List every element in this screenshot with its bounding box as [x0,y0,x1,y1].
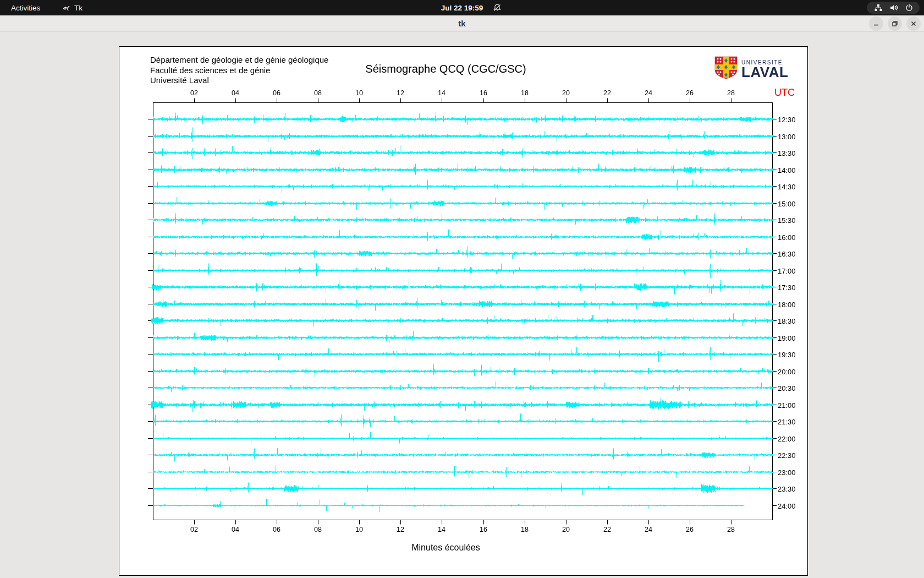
utc-axis-label: UTC [774,87,795,99]
clock-label: Jul 22 19:59 [441,4,483,12]
utc-time-label-22:00: 22:00 [778,434,796,443]
system-tray-button[interactable] [867,2,920,14]
x-tick-bottom-10: 10 [355,526,363,533]
x-tick-bottom-06: 06 [273,526,280,533]
x-tick-bottom-22: 22 [603,526,611,533]
x-tick-top-02: 02 [190,89,198,97]
x-tick-top-10: 10 [355,89,363,97]
power-icon [905,4,913,12]
utc-time-label-21:30: 21:30 [778,417,796,426]
x-tick-top-22: 22 [603,89,611,97]
header-line-3: Université Laval [150,75,328,86]
tk-app-icon [62,4,70,12]
utc-time-label-13:00: 13:00 [778,132,796,140]
x-tick-bottom-12: 12 [397,526,404,533]
activities-label: Activities [11,4,40,12]
utc-time-label-12:30: 12:30 [778,115,796,123]
network-wired-icon [874,4,883,12]
x-tick-top-18: 18 [521,89,529,97]
plot-title: Séismographe QCQ (CGC/GSC) [119,63,772,75]
x-tick-bottom-20: 20 [562,526,570,533]
close-button[interactable] [906,17,921,31]
x-tick-top-24: 24 [645,89,652,97]
utc-time-label-18:00: 18:00 [778,300,796,308]
volume-icon [889,4,898,12]
utc-time-label-21:00: 21:00 [778,401,796,409]
utc-time-label-20:30: 20:30 [778,384,796,392]
window-titlebar[interactable]: tk [0,15,924,32]
x-tick-top-04: 04 [232,89,239,97]
window-content: Département de géologie et de génie géol… [0,32,924,578]
utc-time-label-15:00: 15:00 [778,199,796,208]
utc-time-label-19:30: 19:30 [778,350,796,358]
logo-laval-text: LAVAL [741,66,788,79]
x-tick-bottom-16: 16 [480,526,487,533]
x-tick-top-16: 16 [480,89,487,97]
helicorder-plot [119,47,807,575]
laval-shield-icon [714,56,738,81]
x-axis-title: Minutes écoulées [119,543,772,553]
utc-time-label-22:30: 22:30 [778,451,796,459]
x-tick-bottom-28: 28 [727,526,735,533]
app-indicator-label: Tk [74,4,82,12]
x-tick-top-06: 06 [273,89,280,97]
utc-time-label-23:00: 23:00 [778,468,796,476]
utc-time-label-20:00: 20:00 [778,367,796,375]
x-tick-top-28: 28 [727,89,735,97]
utc-time-label-16:00: 16:00 [778,233,796,241]
utc-time-label-17:00: 17:00 [778,266,796,275]
gnome-top-bar: Activities Tk Jul 22 19:59 [0,0,924,15]
x-tick-top-12: 12 [397,89,404,97]
utc-time-label-19:00: 19:00 [778,334,796,342]
screen: Activities Tk Jul 22 19:59 [0,0,924,578]
utc-time-label-24:00: 24:00 [778,501,796,510]
x-tick-bottom-04: 04 [232,526,239,533]
minimize-button[interactable] [869,17,883,31]
x-tick-bottom-08: 08 [314,526,322,533]
x-tick-bottom-18: 18 [521,526,529,533]
do-not-disturb-icon [493,0,502,15]
x-tick-bottom-14: 14 [438,526,446,533]
x-tick-top-26: 26 [686,89,694,97]
utc-time-label-16:30: 16:30 [778,249,796,258]
utc-time-label-15:30: 15:30 [778,216,796,224]
utc-time-label-17:30: 17:30 [778,283,796,291]
activities-button[interactable]: Activities [6,0,46,15]
seismograph-canvas: Département de géologie et de génie géol… [119,46,808,576]
utc-time-label-14:00: 14:00 [778,166,796,174]
universite-laval-logo: UNIVERSITÉ LAVAL [714,56,788,81]
x-tick-top-08: 08 [314,89,322,97]
utc-time-label-18:30: 18:30 [778,317,796,325]
x-tick-bottom-02: 02 [190,526,198,533]
window-title: tk [0,15,924,32]
x-tick-bottom-26: 26 [686,526,694,533]
maximize-button[interactable] [888,17,902,31]
clock-button[interactable]: Jul 22 19:59 [441,0,483,15]
utc-time-label-14:30: 14:30 [778,182,796,190]
utc-time-label-23:30: 23:30 [778,484,796,493]
app-indicator-tk[interactable]: Tk [58,0,87,15]
x-tick-bottom-24: 24 [645,526,652,533]
x-tick-top-14: 14 [438,89,446,97]
x-tick-top-20: 20 [562,89,570,97]
utc-time-label-13:30: 13:30 [778,149,796,157]
